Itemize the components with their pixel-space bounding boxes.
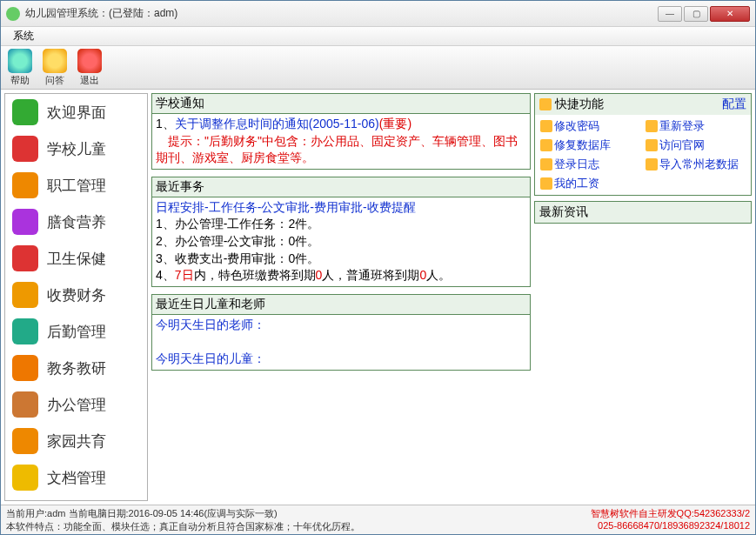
sidebar-label: 文档管理	[47, 468, 106, 488]
help-label: 帮助	[10, 74, 30, 87]
quick-icon	[539, 98, 552, 110]
sidebar-icon	[12, 355, 38, 381]
news-panel: 最新资讯	[534, 201, 752, 224]
birthday-body: 今明天生日的老师： 今明天生日的儿童：	[152, 315, 530, 370]
titlebar: 幼儿园管理系统：(已登陆：adm) — ▢ ✕	[1, 1, 755, 27]
window-controls: — ▢ ✕	[658, 6, 750, 22]
quick-head: 快捷功能 配置	[535, 94, 751, 115]
close-button[interactable]: ✕	[710, 6, 750, 22]
sidebar-icon	[12, 209, 38, 235]
quick-link-4[interactable]: 登录日志	[540, 157, 640, 172]
app-window: 幼儿园管理系统：(已登陆：adm) — ▢ ✕ 系统 帮助 问答 退出 欢迎界面…	[0, 0, 756, 535]
link-label: 重新登录	[659, 118, 705, 134]
quick-link-2[interactable]: 修复数据库	[540, 137, 640, 153]
link-label: 修复数据库	[554, 137, 611, 153]
news-title: 最新资讯	[535, 202, 751, 223]
recent-head[interactable]: 日程安排-工作任务-公文审批-费用审批-收费提醒	[156, 199, 526, 217]
qa-icon	[43, 49, 67, 73]
minimize-button[interactable]: —	[658, 6, 682, 22]
menu-system[interactable]: 系统	[6, 27, 41, 45]
quick-panel: 快捷功能 配置 修改密码重新登录修复数据库访问官网登录日志导入常州老数据我的工资	[534, 93, 752, 196]
sidebar-item-1[interactable]: 学校儿童	[5, 130, 147, 167]
link-icon	[646, 120, 658, 132]
statusbar: 当前用户:adm 当前电脑日期:2016-09-05 14:46(应调与实际一致…	[1, 505, 755, 534]
sidebar-icon	[12, 282, 38, 308]
sidebar: 欢迎界面学校儿童职工管理膳食营养卫生保健收费财务后勤管理教务教研办公管理家园共育…	[4, 93, 148, 501]
exit-label: 退出	[80, 74, 99, 87]
notice-panel: 学校通知 1、关于调整作息时间的通知(2005-11-06)(重要) 提示："后…	[151, 93, 531, 170]
sidebar-item-4[interactable]: 卫生保健	[5, 240, 147, 277]
app-icon	[6, 7, 20, 21]
link-icon	[540, 139, 552, 151]
quick-link-1[interactable]: 重新登录	[646, 118, 746, 134]
exit-icon	[77, 49, 102, 73]
sidebar-item-0[interactable]: 欢迎界面	[5, 94, 147, 130]
right-column: 快捷功能 配置 修改密码重新登录修复数据库访问官网登录日志导入常州老数据我的工资…	[534, 93, 752, 501]
sidebar-label: 收费财务	[47, 285, 106, 305]
quick-title: 快捷功能	[555, 97, 604, 112]
link-label: 访问官网	[659, 137, 705, 153]
qa-button[interactable]: 问答	[43, 49, 67, 87]
link-label: 我的工资	[554, 176, 599, 191]
quick-link-0[interactable]: 修改密码	[540, 118, 640, 134]
notice-tip: 提示："后勤财务"中包含：办公用品、固定资产、车辆管理、图书期刊、游戏室、厨房食…	[156, 133, 526, 167]
birthday-child: 今明天生日的儿童：	[156, 351, 526, 368]
sidebar-label: 学校儿童	[47, 139, 106, 159]
notice-prefix: 1、	[156, 117, 175, 130]
link-label: 导入常州老数据	[659, 157, 739, 172]
sidebar-item-5[interactable]: 收费财务	[5, 277, 147, 313]
sidebar-label: 教务教研	[47, 358, 106, 378]
quick-link-6[interactable]: 我的工资	[540, 176, 640, 191]
sidebar-icon	[12, 465, 38, 491]
link-label: 登录日志	[554, 157, 599, 172]
exit-button[interactable]: 退出	[77, 49, 102, 87]
recent-line-4: 4、7日内，特色班缴费将到期0人，普通班将到期0人。	[156, 267, 526, 284]
recent-body: 日程安排-工作任务-公文审批-费用审批-收费提醒 1、办公管理-工作任务：2件。…	[152, 197, 530, 286]
sidebar-item-2[interactable]: 职工管理	[5, 167, 147, 204]
birthday-panel: 最近生日儿童和老师 今明天生日的老师： 今明天生日的儿童：	[151, 294, 531, 371]
sidebar-item-10[interactable]: 文档管理	[5, 459, 147, 496]
notice-body: 1、关于调整作息时间的通知(2005-11-06)(重要) 提示："后勤财务"中…	[152, 114, 530, 169]
recent-line-1: 1、办公管理-工作任务：2件。	[156, 216, 526, 233]
sidebar-item-7[interactable]: 教务教研	[5, 350, 147, 386]
birthday-teacher: 今明天生日的老师：	[156, 317, 526, 334]
link-icon	[646, 139, 658, 151]
status-left-2: 本软件特点：功能全面、模块任选；真正自动分析且符合国家标准；十年优化历程。	[6, 520, 360, 533]
notice-link[interactable]: 关于调整作息时间的通知(2005-11-06)	[175, 117, 379, 130]
recent-title: 最近事务	[152, 177, 530, 197]
status-left: 当前用户:adm 当前电脑日期:2016-09-05 14:46(应调与实际一致…	[6, 507, 360, 532]
sidebar-label: 膳食营养	[47, 212, 106, 232]
quick-config[interactable]: 配置	[722, 97, 746, 112]
status-left-1: 当前用户:adm 当前电脑日期:2016-09-05 14:46(应调与实际一致…	[6, 507, 360, 520]
link-icon	[540, 120, 552, 132]
qa-label: 问答	[45, 74, 64, 87]
sidebar-label: 办公管理	[47, 395, 106, 415]
sidebar-label: 卫生保健	[47, 249, 106, 269]
center-column: 学校通知 1、关于调整作息时间的通知(2005-11-06)(重要) 提示："后…	[151, 93, 531, 501]
sidebar-item-3[interactable]: 膳食营养	[5, 204, 147, 240]
quick-link-5[interactable]: 导入常州老数据	[646, 157, 746, 172]
sidebar-icon	[12, 318, 38, 344]
help-button[interactable]: 帮助	[8, 49, 32, 87]
link-icon	[540, 158, 552, 171]
notice-title: 学校通知	[152, 94, 530, 114]
sidebar-item-8[interactable]: 办公管理	[5, 386, 147, 423]
status-right-2: 025-86668470/18936892324/18012	[591, 520, 750, 531]
sidebar-item-6[interactable]: 后勤管理	[5, 313, 147, 350]
recent-line-2: 2、办公管理-公文审批：0件。	[156, 233, 526, 251]
maximize-button[interactable]: ▢	[684, 6, 708, 22]
sidebar-icon	[12, 99, 38, 125]
quick-body: 修改密码重新登录修复数据库访问官网登录日志导入常州老数据我的工资	[535, 115, 751, 195]
recent-panel: 最近事务 日程安排-工作任务-公文审批-费用审批-收费提醒 1、办公管理-工作任…	[151, 177, 531, 287]
link-label: 修改密码	[554, 118, 599, 134]
notice-important: (重要)	[379, 117, 411, 130]
sidebar-label: 职工管理	[47, 176, 106, 196]
sidebar-label: 家园共育	[47, 431, 106, 451]
status-right-1: 智慧树软件自主研发QQ:542362333/2	[591, 507, 750, 520]
quick-link-3[interactable]: 访问官网	[646, 137, 746, 153]
sidebar-item-9[interactable]: 家园共育	[5, 423, 147, 459]
sidebar-icon	[12, 136, 38, 162]
sidebar-label: 后勤管理	[47, 322, 106, 342]
sidebar-icon	[12, 391, 38, 418]
sidebar-icon	[12, 172, 38, 198]
